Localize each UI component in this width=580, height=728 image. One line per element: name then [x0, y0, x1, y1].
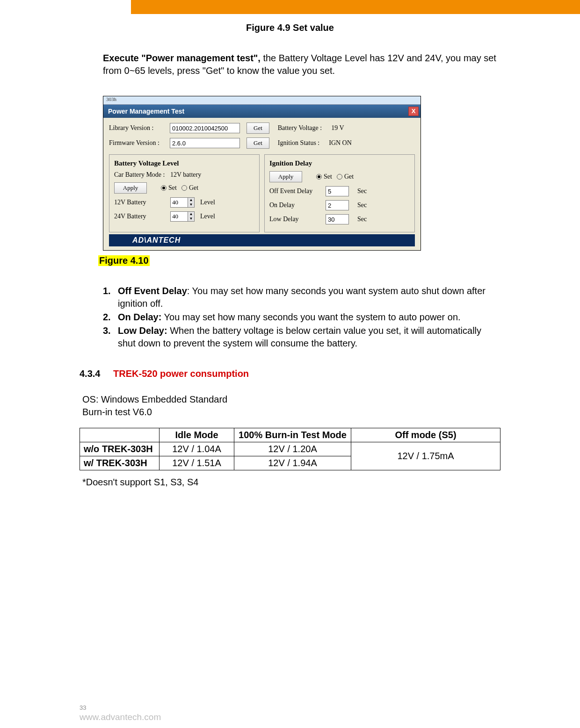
- list-item: 3. Low Delay: When the battery voltage i…: [103, 324, 500, 350]
- v24-input[interactable]: [171, 212, 188, 221]
- low-delay-label: Low Delay: [269, 216, 326, 223]
- v12-input[interactable]: [171, 198, 188, 207]
- v12-spinner[interactable]: ▲▼: [170, 197, 195, 208]
- bvl-set-radio[interactable]: Set: [161, 184, 177, 192]
- window-title: Power Management Test: [108, 108, 184, 115]
- list-number: 2.: [103, 311, 118, 324]
- top-white-tab: [0, 0, 131, 14]
- ign-get-radio[interactable]: Get: [337, 173, 354, 180]
- intro-paragraph: Execute "Power management test", the Bat…: [103, 52, 500, 77]
- on-delay-label: On Delay: [269, 202, 326, 209]
- on-delay-input[interactable]: [326, 200, 349, 210]
- ign-get-label: Get: [344, 173, 354, 180]
- page-number: 33: [80, 704, 86, 711]
- ign-set-label: Set: [324, 173, 332, 180]
- power-consumption-table: Idle Mode 100% Burn-in Test Mode Off mod…: [80, 428, 500, 470]
- burnin-line: Burn-in test V6.0: [82, 406, 500, 418]
- cell-offmode: 12V / 1.75mA: [351, 442, 500, 470]
- advantech-logo-strip: AD\ANTECH: [109, 234, 415, 246]
- os-line: OS: Windows Embedded Standard: [82, 393, 500, 406]
- bvl-apply-button[interactable]: Apply: [114, 182, 147, 194]
- table-row: Idle Mode 100% Burn-in Test Mode Off mod…: [80, 428, 500, 442]
- car-battery-mode-value: 12V battery: [170, 171, 201, 179]
- firmware-version-input[interactable]: [170, 138, 240, 148]
- cell-burn: 12V / 1.20A: [234, 442, 351, 456]
- footer-url: www.advantech.com: [80, 712, 161, 722]
- ign-title: Ignition Delay: [269, 159, 410, 167]
- chevron-down-icon[interactable]: ▼: [188, 216, 194, 221]
- library-version-input[interactable]: [170, 123, 240, 133]
- v12-label: 12V Battery: [114, 199, 170, 206]
- list-number: 3.: [103, 324, 118, 350]
- section-heading: 4.3.4 TREK-520 power consumption: [80, 368, 500, 379]
- list-rest: You may set how many seconds you want th…: [161, 312, 460, 322]
- row-label: w/ TREK-303H: [80, 456, 160, 470]
- off-event-unit: Sec: [357, 187, 367, 195]
- ign-apply-button[interactable]: Apply: [269, 171, 302, 182]
- library-version-label: Library Version :: [109, 124, 170, 132]
- bvl-set-label: Set: [168, 184, 177, 192]
- close-icon[interactable]: X: [408, 107, 419, 116]
- bvl-get-radio[interactable]: Get: [181, 184, 198, 192]
- table-footnote: *Doesn't support S1, S3, S4: [82, 477, 500, 488]
- figure-caption-top: Figure 4.9 Set value: [80, 22, 500, 33]
- list-item: 1. Off Event Delay: You may set how many…: [103, 285, 500, 310]
- cell-idle: 12V / 1.51A: [160, 456, 234, 470]
- off-event-delay-input[interactable]: [326, 186, 349, 196]
- cell-burn: 12V / 1.94A: [234, 456, 351, 470]
- v24-unit: Level: [200, 213, 215, 220]
- firmware-get-button[interactable]: Get: [246, 137, 269, 149]
- v24-spinner[interactable]: ▲▼: [170, 211, 195, 222]
- chevron-up-icon[interactable]: ▲: [188, 198, 194, 202]
- bvl-title: Battery Voltage Level: [114, 159, 254, 167]
- car-battery-mode-label: Car Battery Mode :: [114, 171, 170, 179]
- section-title: TREK-520 power consumption: [113, 368, 249, 379]
- firmware-version-label: Firmware Version :: [109, 139, 170, 147]
- off-event-delay-label: Off Event Delay: [269, 187, 326, 195]
- library-get-button[interactable]: Get: [246, 123, 269, 134]
- battery-voltage-level-group: Battery Voltage Level Car Battery Mode :…: [109, 154, 260, 232]
- low-delay-unit: Sec: [357, 216, 367, 223]
- window-titlebar: Power Management Test X: [103, 105, 420, 118]
- window-body: Library Version : Get Battery Voltage : …: [103, 118, 420, 250]
- section-number: 4.3.4: [80, 368, 100, 379]
- v24-label: 24V Battery: [114, 213, 170, 220]
- top-orange-band: [0, 0, 580, 14]
- ignition-delay-group: Ignition Delay Apply Set Get Off Event D…: [264, 154, 415, 232]
- chevron-down-icon[interactable]: ▼: [188, 202, 194, 207]
- v12-unit: Level: [200, 199, 215, 206]
- intro-bold: Execute "Power management test",: [103, 53, 261, 63]
- th-blank: [80, 428, 160, 442]
- cell-idle: 12V / 1.04A: [160, 442, 234, 456]
- battery-voltage-value: 19 V: [331, 124, 344, 132]
- page-content: Figure 4.9 Set value Execute "Power mana…: [0, 14, 580, 488]
- battery-voltage-label: Battery Voltage :: [278, 124, 322, 132]
- list-bold: On Delay:: [118, 312, 161, 322]
- window-small-header: 303h: [103, 96, 420, 105]
- chevron-up-icon[interactable]: ▲: [188, 212, 194, 216]
- definition-list: 1. Off Event Delay: You may set how many…: [103, 285, 500, 350]
- on-delay-unit: Sec: [357, 202, 367, 209]
- ignition-status-value: IGN ON: [329, 139, 352, 147]
- list-bold: Off Event Delay: [118, 286, 187, 296]
- list-bold: Low Delay:: [118, 325, 167, 336]
- list-item: 2. On Delay: You may set how many second…: [103, 311, 500, 324]
- list-number: 1.: [103, 285, 118, 310]
- th-burnin: 100% Burn-in Test Mode: [234, 428, 351, 442]
- th-idle: Idle Mode: [160, 428, 234, 442]
- figure-caption-highlight: Figure 4.10: [98, 255, 150, 266]
- ignition-status-label: Ignition Status :: [278, 139, 319, 147]
- table-row: w/o TREK-303H 12V / 1.04A 12V / 1.20A 12…: [80, 442, 500, 456]
- bvl-get-label: Get: [189, 184, 198, 192]
- list-rest: When the battery voltage is below certai…: [118, 325, 481, 348]
- low-delay-input[interactable]: [326, 214, 349, 224]
- ign-set-radio[interactable]: Set: [316, 173, 332, 180]
- th-off: Off mode (S5): [351, 428, 500, 442]
- pm-test-window: 303h Power Management Test X Library Ver…: [103, 96, 421, 251]
- row-label: w/o TREK-303H: [80, 442, 160, 456]
